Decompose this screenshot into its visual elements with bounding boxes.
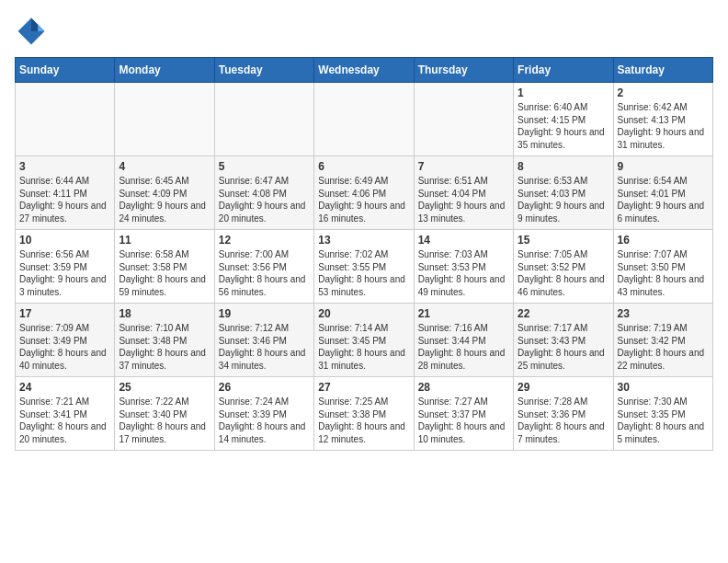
calendar-week-row: 3Sunrise: 6:44 AM Sunset: 4:11 PM Daylig…	[16, 156, 713, 230]
calendar-cell: 25Sunrise: 7:22 AM Sunset: 3:40 PM Dayli…	[115, 377, 214, 451]
calendar-cell: 7Sunrise: 6:51 AM Sunset: 4:04 PM Daylig…	[414, 156, 513, 230]
col-header-wednesday: Wednesday	[314, 58, 414, 83]
calendar-week-row: 10Sunrise: 6:56 AM Sunset: 3:59 PM Dayli…	[16, 230, 713, 304]
day-number: 9	[618, 160, 709, 173]
day-info: Sunrise: 7:14 AM Sunset: 3:45 PM Dayligh…	[318, 322, 409, 372]
day-number: 28	[418, 381, 509, 394]
day-info: Sunrise: 7:17 AM Sunset: 3:43 PM Dayligh…	[518, 322, 609, 372]
day-number: 18	[119, 307, 210, 320]
calendar-week-row: 24Sunrise: 7:21 AM Sunset: 3:41 PM Dayli…	[16, 377, 713, 451]
col-header-monday: Monday	[115, 58, 214, 83]
day-number: 10	[19, 234, 110, 247]
calendar-cell: 16Sunrise: 7:07 AM Sunset: 3:50 PM Dayli…	[613, 230, 712, 304]
day-info: Sunrise: 7:07 AM Sunset: 3:50 PM Dayligh…	[618, 248, 709, 298]
calendar-cell: 11Sunrise: 6:58 AM Sunset: 3:58 PM Dayli…	[115, 230, 214, 304]
calendar-cell: 14Sunrise: 7:03 AM Sunset: 3:53 PM Dayli…	[414, 230, 513, 304]
logo	[15, 15, 51, 48]
day-number: 21	[418, 307, 509, 320]
col-header-tuesday: Tuesday	[214, 58, 313, 83]
day-info: Sunrise: 7:27 AM Sunset: 3:37 PM Dayligh…	[418, 396, 509, 445]
day-info: Sunrise: 6:53 AM Sunset: 4:03 PM Dayligh…	[518, 175, 609, 224]
day-info: Sunrise: 7:28 AM Sunset: 3:36 PM Dayligh…	[518, 396, 609, 445]
day-number: 3	[19, 160, 110, 173]
day-number: 5	[219, 160, 310, 173]
calendar-cell: 29Sunrise: 7:28 AM Sunset: 3:36 PM Dayli…	[514, 377, 613, 451]
calendar-cell: 15Sunrise: 7:05 AM Sunset: 3:52 PM Dayli…	[514, 230, 613, 304]
calendar-cell: 20Sunrise: 7:14 AM Sunset: 3:45 PM Dayli…	[314, 304, 414, 377]
day-number: 30	[618, 381, 709, 394]
day-number: 27	[318, 381, 409, 394]
col-header-thursday: Thursday	[414, 58, 513, 83]
calendar-cell: 13Sunrise: 7:02 AM Sunset: 3:55 PM Dayli…	[314, 230, 414, 304]
page-header	[15, 15, 713, 48]
day-number: 17	[19, 307, 110, 320]
col-header-saturday: Saturday	[613, 58, 712, 83]
day-info: Sunrise: 6:56 AM Sunset: 3:59 PM Dayligh…	[19, 248, 110, 298]
calendar-cell: 23Sunrise: 7:19 AM Sunset: 3:42 PM Dayli…	[613, 304, 712, 377]
day-number: 23	[618, 307, 709, 320]
day-info: Sunrise: 6:42 AM Sunset: 4:13 PM Dayligh…	[618, 101, 709, 151]
day-number: 25	[119, 381, 210, 394]
calendar-cell: 2Sunrise: 6:42 AM Sunset: 4:13 PM Daylig…	[613, 83, 712, 156]
day-info: Sunrise: 6:47 AM Sunset: 4:08 PM Dayligh…	[219, 175, 310, 224]
calendar-table: SundayMondayTuesdayWednesdayThursdayFrid…	[15, 57, 713, 451]
col-header-sunday: Sunday	[16, 58, 115, 83]
day-info: Sunrise: 7:30 AM Sunset: 3:35 PM Dayligh…	[618, 396, 709, 445]
day-info: Sunrise: 6:49 AM Sunset: 4:06 PM Dayligh…	[318, 175, 409, 224]
calendar-cell: 10Sunrise: 6:56 AM Sunset: 3:59 PM Dayli…	[16, 230, 115, 304]
calendar-cell: 26Sunrise: 7:24 AM Sunset: 3:39 PM Dayli…	[214, 377, 313, 451]
day-info: Sunrise: 7:25 AM Sunset: 3:38 PM Dayligh…	[318, 396, 409, 445]
day-info: Sunrise: 7:09 AM Sunset: 3:49 PM Dayligh…	[19, 322, 110, 372]
calendar-cell: 28Sunrise: 7:27 AM Sunset: 3:37 PM Dayli…	[414, 377, 513, 451]
day-info: Sunrise: 6:44 AM Sunset: 4:11 PM Dayligh…	[19, 175, 110, 224]
logo-icon	[15, 15, 48, 48]
day-info: Sunrise: 7:03 AM Sunset: 3:53 PM Dayligh…	[418, 248, 509, 298]
day-info: Sunrise: 7:05 AM Sunset: 3:52 PM Dayligh…	[518, 248, 609, 298]
calendar-cell: 1Sunrise: 6:40 AM Sunset: 4:15 PM Daylig…	[514, 83, 613, 156]
calendar-cell: 4Sunrise: 6:45 AM Sunset: 4:09 PM Daylig…	[115, 156, 214, 230]
day-number: 6	[318, 160, 409, 173]
day-info: Sunrise: 6:58 AM Sunset: 3:58 PM Dayligh…	[119, 248, 210, 298]
calendar-cell: 17Sunrise: 7:09 AM Sunset: 3:49 PM Dayli…	[16, 304, 115, 377]
day-number: 13	[318, 234, 409, 247]
day-number: 24	[19, 381, 110, 394]
calendar-cell: 9Sunrise: 6:54 AM Sunset: 4:01 PM Daylig…	[613, 156, 712, 230]
calendar-week-row: 17Sunrise: 7:09 AM Sunset: 3:49 PM Dayli…	[16, 304, 713, 377]
day-number: 20	[318, 307, 409, 320]
day-info: Sunrise: 7:02 AM Sunset: 3:55 PM Dayligh…	[318, 248, 409, 298]
day-info: Sunrise: 6:54 AM Sunset: 4:01 PM Dayligh…	[618, 175, 709, 224]
calendar-cell	[214, 83, 313, 156]
day-number: 11	[119, 234, 210, 247]
calendar-cell: 12Sunrise: 7:00 AM Sunset: 3:56 PM Dayli…	[214, 230, 313, 304]
calendar-cell: 27Sunrise: 7:25 AM Sunset: 3:38 PM Dayli…	[314, 377, 414, 451]
svg-marker-2	[38, 25, 44, 31]
calendar-cell: 30Sunrise: 7:30 AM Sunset: 3:35 PM Dayli…	[613, 377, 712, 451]
day-info: Sunrise: 7:22 AM Sunset: 3:40 PM Dayligh…	[119, 396, 210, 445]
day-number: 4	[119, 160, 210, 173]
calendar-week-row: 1Sunrise: 6:40 AM Sunset: 4:15 PM Daylig…	[16, 83, 713, 156]
day-info: Sunrise: 6:51 AM Sunset: 4:04 PM Dayligh…	[418, 175, 509, 224]
day-info: Sunrise: 7:00 AM Sunset: 3:56 PM Dayligh…	[219, 248, 310, 298]
day-info: Sunrise: 7:19 AM Sunset: 3:42 PM Dayligh…	[618, 322, 709, 372]
day-number: 16	[618, 234, 709, 247]
calendar-cell	[314, 83, 414, 156]
col-header-friday: Friday	[514, 58, 613, 83]
calendar-cell: 18Sunrise: 7:10 AM Sunset: 3:48 PM Dayli…	[115, 304, 214, 377]
day-number: 2	[618, 86, 709, 99]
calendar-cell: 6Sunrise: 6:49 AM Sunset: 4:06 PM Daylig…	[314, 156, 414, 230]
calendar-cell: 19Sunrise: 7:12 AM Sunset: 3:46 PM Dayli…	[214, 304, 313, 377]
day-info: Sunrise: 7:16 AM Sunset: 3:44 PM Dayligh…	[418, 322, 509, 372]
calendar-cell	[16, 83, 115, 156]
day-info: Sunrise: 7:12 AM Sunset: 3:46 PM Dayligh…	[219, 322, 310, 372]
day-number: 22	[518, 307, 609, 320]
day-info: Sunrise: 7:21 AM Sunset: 3:41 PM Dayligh…	[19, 396, 110, 445]
day-info: Sunrise: 6:45 AM Sunset: 4:09 PM Dayligh…	[119, 175, 210, 224]
day-number: 26	[219, 381, 310, 394]
day-number: 12	[219, 234, 310, 247]
day-info: Sunrise: 7:24 AM Sunset: 3:39 PM Dayligh…	[219, 396, 310, 445]
calendar-header-row: SundayMondayTuesdayWednesdayThursdayFrid…	[16, 58, 713, 83]
day-number: 29	[518, 381, 609, 394]
day-number: 8	[518, 160, 609, 173]
day-info: Sunrise: 7:10 AM Sunset: 3:48 PM Dayligh…	[119, 322, 210, 372]
day-number: 1	[518, 86, 609, 99]
